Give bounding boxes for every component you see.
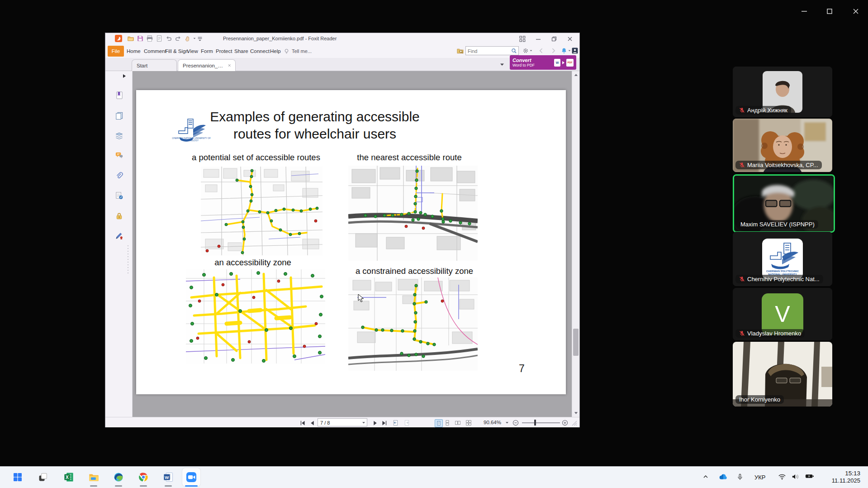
meeting-close-button[interactable]: [849, 5, 863, 18]
tab-close-icon[interactable]: [228, 63, 231, 67]
convert-word-to-pdf-button[interactable]: Convert Word to PDF W PDF: [510, 55, 576, 70]
foxit-logo-button[interactable]: [114, 34, 123, 43]
foxit-minimize-button[interactable]: [534, 35, 543, 43]
taskbar-chrome-button[interactable]: [134, 468, 152, 486]
tell-me-button[interactable]: Tell me...: [283, 46, 312, 57]
previous-view-button[interactable]: [392, 419, 399, 426]
scrollbar-thumb[interactable]: [573, 329, 579, 356]
menu-help[interactable]: Help: [270, 46, 281, 57]
account-button[interactable]: [571, 47, 579, 54]
tray-language-indicator[interactable]: УКР: [754, 474, 766, 481]
history-back-button[interactable]: [538, 47, 545, 54]
tray-battery-button[interactable]: [805, 473, 814, 479]
continuous-facing-view-button[interactable]: [465, 419, 472, 426]
tab-start[interactable]: Start: [132, 59, 177, 71]
window-resize-grip[interactable]: [572, 421, 577, 426]
page-number-input[interactable]: [319, 419, 361, 426]
panel-digital-signatures-button[interactable]: [115, 231, 124, 240]
foxit-restore-button[interactable]: [550, 35, 559, 43]
customize-toolbar-button[interactable]: [196, 34, 204, 43]
menu-home[interactable]: Home: [127, 46, 141, 57]
print-button[interactable]: [146, 34, 154, 43]
participant-tile-5[interactable]: VVladyslav Hromenko: [733, 288, 832, 340]
participant-tile-3[interactable]: Maxim SAVELIEV (ISPNPP): [733, 174, 835, 233]
panel-resize-grip[interactable]: [127, 244, 130, 276]
zoom-out-button[interactable]: [512, 419, 519, 426]
zoom-slider-handle[interactable]: [534, 420, 536, 426]
last-page-icon: [381, 420, 387, 426]
menu-file-button[interactable]: File: [108, 46, 124, 57]
zoom-slider-track[interactable]: [522, 422, 560, 423]
panel-bookmarks-button[interactable]: [115, 91, 124, 100]
muted-mic-icon: [739, 330, 745, 336]
taskbar-edge-button[interactable]: [109, 468, 128, 486]
panel-attachments-button[interactable]: [115, 172, 124, 181]
taskbar-file-explorer-button[interactable]: [85, 468, 103, 486]
menu-comment[interactable]: Comment: [144, 46, 166, 57]
participant-tile-2[interactable]: Mariia Voitsekhovska, CP...: [733, 119, 832, 172]
history-forward-button[interactable]: [550, 47, 557, 54]
previous-page-button[interactable]: [308, 419, 316, 426]
participant-tile-1[interactable]: Андрій Хижняк: [733, 67, 832, 117]
zoom-in-button[interactable]: [561, 419, 569, 426]
document-button[interactable]: [155, 34, 163, 43]
participant-tile-6[interactable]: Ihor Korniyenko: [733, 342, 832, 407]
participant-name-label: Vladyslav Hromenko: [735, 329, 805, 338]
scroll-down-icon[interactable]: [574, 411, 578, 415]
open-file-button[interactable]: [127, 34, 135, 43]
continuous-view-button[interactable]: [444, 419, 451, 426]
vertical-scrollbar[interactable]: [572, 71, 579, 417]
page-dropdown-icon[interactable]: [362, 421, 365, 424]
last-page-button[interactable]: [380, 419, 388, 426]
foxit-collapse-toolbar-button[interactable]: [518, 35, 527, 43]
menu-form[interactable]: Form: [201, 46, 213, 57]
tray-microphone-button[interactable]: [736, 473, 744, 481]
tab-list-dropdown-icon[interactable]: [500, 63, 504, 67]
search-folder-icon[interactable]: [456, 47, 464, 55]
magnifier-icon[interactable]: [511, 48, 517, 54]
foxit-close-button[interactable]: [565, 35, 574, 43]
taskbar-excel-button[interactable]: X: [60, 468, 78, 486]
continuous-view-icon: [445, 420, 450, 426]
panel-security-button[interactable]: [115, 212, 124, 221]
undo-button[interactable]: [165, 34, 173, 43]
next-page-button[interactable]: [371, 419, 379, 426]
panel-layers-button[interactable]: [115, 132, 124, 141]
meeting-maximize-button[interactable]: [823, 5, 836, 18]
menu-view[interactable]: View: [187, 46, 198, 57]
participant-tile-4[interactable]: CHERNIHIV POLYTECHNIC NATIONAL UNIVERSIT…: [733, 232, 832, 286]
tray-show-hidden-button[interactable]: [702, 473, 709, 480]
taskbar-word-button[interactable]: W: [159, 468, 177, 486]
settings-button[interactable]: [522, 47, 533, 54]
taskbar-start-button[interactable]: [9, 468, 27, 486]
redo-button[interactable]: [174, 34, 182, 43]
menu-share[interactable]: Share: [234, 46, 248, 57]
svg-text:V: V: [775, 301, 790, 327]
scroll-up-icon[interactable]: [574, 73, 578, 77]
panel-page-thumbnails-button[interactable]: [115, 111, 124, 120]
menu-fill-sign[interactable]: Fill & Sign: [165, 46, 189, 57]
tray-volume-button[interactable]: [792, 473, 800, 480]
panel-signature-fields-button[interactable]: [115, 191, 124, 201]
next-view-button[interactable]: [403, 419, 410, 426]
facing-view-button[interactable]: [454, 419, 461, 426]
menu-connect[interactable]: Connect: [250, 46, 270, 57]
single-page-view-button[interactable]: [435, 419, 443, 427]
next-page-icon: [372, 420, 378, 426]
taskbar-task-view-button[interactable]: [34, 468, 52, 486]
tray-clock[interactable]: 15:13 11.11.2025: [817, 470, 860, 484]
panel-comments-button[interactable]: [115, 151, 124, 160]
notifications-button[interactable]: [560, 47, 571, 54]
tray-wifi-button[interactable]: [778, 473, 786, 480]
tab-label: Start: [137, 63, 147, 68]
tab-presentation-document[interactable]: Presennanion_paper_K...: [178, 59, 236, 71]
zoom-dropdown-icon[interactable]: [505, 421, 509, 424]
taskbar-zoom-button[interactable]: [182, 468, 200, 486]
save-button[interactable]: [136, 34, 144, 43]
tray-onedrive-button[interactable]: [718, 473, 728, 480]
panel-expand-icon[interactable]: [123, 74, 126, 78]
find-input[interactable]: [467, 47, 511, 55]
first-page-button[interactable]: [299, 419, 306, 426]
meeting-minimize-button[interactable]: [797, 5, 811, 18]
menu-protect[interactable]: Protect: [216, 46, 232, 57]
